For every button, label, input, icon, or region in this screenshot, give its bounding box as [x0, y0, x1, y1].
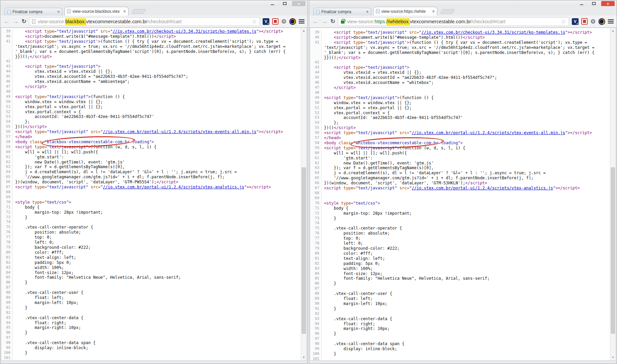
maximize-icon[interactable]	[280, 1, 289, 6]
code-line: 90 margin-left: 10px;	[1, 300, 301, 305]
red-extension-icon[interactable]	[272, 18, 278, 25]
reload-icon[interactable]: ↻	[330, 19, 335, 24]
gear-icon[interactable]: ⚙	[281, 18, 287, 25]
code-text: j = d.createElement(s), dl = l != 'dataL…	[322, 171, 610, 176]
forward-icon[interactable]: →	[321, 18, 328, 25]
url-segment: /checkout/#/cart	[471, 19, 505, 24]
tab-close-icon[interactable]: ×	[366, 10, 369, 14]
code-line: 61 'gtm.start':	[310, 156, 610, 161]
new-tab-button[interactable]	[440, 9, 454, 14]
source-link[interactable]: //io.vtex.com.br/checkout-ui/3.34.31/scr…	[421, 30, 565, 35]
tab-close-icon[interactable]: ×	[432, 9, 435, 13]
reload-icon[interactable]: ↻	[22, 19, 26, 24]
secure-padlock-icon	[341, 21, 345, 24]
menu-icon[interactable]	[299, 19, 304, 24]
code-text: margin-left: 10px;	[13, 300, 301, 305]
line-number: 71	[1, 205, 13, 210]
address-bar[interactable]: view-source:blackbox.vtexcommercestable.…	[29, 17, 260, 26]
code-text: <script type="text/javascript">	[13, 64, 301, 69]
code-text: vtex.portal.context = {	[13, 110, 301, 115]
line-number: 56	[310, 130, 322, 135]
code-text: float: right;	[322, 322, 610, 327]
gear-icon[interactable]: ⚙	[590, 18, 596, 25]
line-number: 87	[1, 285, 13, 290]
line-number: 67	[310, 186, 322, 191]
code-text: float: right;	[13, 321, 301, 326]
code-line: 94 float: right;	[1, 321, 301, 326]
line-number: 85	[1, 275, 13, 280]
line-number: 93	[1, 315, 13, 321]
code-text: <style type="text/css">	[13, 200, 301, 205]
line-number: 91	[310, 306, 322, 311]
source-link[interactable]: //io.vtex.com.br/portal-ui/1.2.4/scripts…	[412, 130, 565, 135]
line-number: 91	[1, 305, 13, 310]
bookmark-star-icon[interactable]: ☆	[561, 18, 566, 25]
line-number: 82	[310, 261, 322, 266]
code-text: <script type="text/javascript" src="//io…	[13, 129, 301, 134]
vtex-extension-icon[interactable]: V	[263, 18, 269, 25]
source-link[interactable]: //io.vtex.com.br/checkout-ui/3.34.31/scr…	[113, 29, 256, 34]
red-extension-icon[interactable]	[581, 18, 588, 25]
line-number: 40	[310, 35, 322, 40]
bookmark-star-icon[interactable]: ☆	[252, 18, 257, 25]
lens-extension-icon[interactable]	[289, 18, 296, 25]
menu-icon[interactable]	[608, 19, 614, 24]
code-line: 77 top: 0;	[1, 235, 301, 240]
line-number: 45	[310, 75, 322, 80]
code-line: 62 new Date().getTime(), event: 'gtm.js'	[310, 161, 610, 166]
scroll-up-icon[interactable]: ▲	[610, 28, 616, 33]
code-text: <script type='text/javascript'>(function…	[322, 40, 610, 60]
code-line: 83 width: 100%;	[1, 265, 301, 270]
source-link[interactable]: //io.vtex.com.br/portal-ui/1.2.4/scripts…	[103, 129, 256, 134]
back-icon[interactable]: ←	[3, 18, 10, 25]
vertical-scrollbar[interactable]: ▲ ▼	[610, 28, 616, 360]
close-icon[interactable]: ×	[601, 1, 615, 6]
line-number: 86	[310, 281, 322, 286]
scroll-down-icon[interactable]: ▼	[301, 355, 306, 360]
code-line: 64 j = d.createElement(s), dl = l != 'da…	[310, 171, 610, 176]
line-number: 59	[310, 146, 322, 151]
code-text: accountId: 'ae22b633-4b3f-42ee-9411-bf55…	[13, 114, 301, 119]
line-number: 94	[310, 322, 322, 327]
minimize-icon[interactable]	[577, 1, 586, 6]
code-text: <script type="text/javascript" src="//io…	[322, 30, 610, 35]
code-text: margin-right: 10px;	[13, 325, 301, 330]
source-link[interactable]: //io.vtex.com.br/portal-ui/1.2.4/scripts…	[412, 186, 553, 190]
new-tab-button[interactable]	[131, 9, 146, 14]
code-line: 75 .vtex-call-center-operator {	[310, 226, 610, 231]
code-text: top: 0;	[322, 236, 610, 241]
vtex-extension-icon[interactable]: V	[572, 18, 579, 25]
code-line: 82 padding: 5px 0;	[310, 261, 610, 266]
line-number: 63	[1, 164, 13, 170]
lens-extension-icon[interactable]	[598, 18, 605, 25]
tab-view-source[interactable]: view-source:blackbox.vtex ×	[64, 7, 128, 16]
source-link[interactable]: //io.vtex.com.br/portal-ui/1.2.4/scripts…	[103, 185, 244, 189]
tab-view-source[interactable]: view-source:https://white ×	[373, 7, 437, 16]
back-icon[interactable]: ←	[312, 18, 319, 25]
maximize-icon[interactable]	[589, 1, 598, 6]
minimize-icon[interactable]	[268, 1, 277, 6]
scroll-down-icon[interactable]: ▼	[610, 355, 616, 360]
line-number: 100	[1, 351, 13, 356]
tab-close-icon[interactable]: ×	[57, 10, 60, 14]
tab-close-icon[interactable]: ×	[123, 9, 126, 13]
tab-finalizar-compra[interactable]: Finalizar compra ×	[4, 8, 62, 16]
address-bar[interactable]: view-source:https://whitebox.vtexcommerc…	[338, 17, 569, 26]
code-line: 81 text-align: left;	[1, 255, 301, 260]
forward-icon[interactable]: →	[12, 18, 19, 25]
line-number: 66	[1, 180, 13, 185]
scroll-up-icon[interactable]: ▲	[301, 28, 306, 33]
line-number: 49	[1, 94, 13, 99]
toolbar: ← → ↻ view-source:https://whitebox.vtexc…	[309, 16, 617, 28]
code-line: 89 float: left;	[310, 296, 610, 301]
code-text: background-color: #222;	[13, 245, 301, 250]
close-icon[interactable]: ×	[292, 1, 305, 6]
tab-strip: Finalizar compra × view-source:https://w…	[309, 6, 617, 16]
tab-finalizar-compra[interactable]: Finalizar compra ×	[313, 8, 371, 16]
url-highlighted-segment: //whitebox.	[386, 18, 410, 25]
scrollbar-thumb[interactable]	[302, 168, 306, 334]
vertical-scrollbar[interactable]: ▲ ▼	[301, 28, 306, 360]
tab-label: Finalizar compra	[12, 9, 56, 14]
scrollbar-thumb[interactable]	[611, 168, 615, 334]
code-line: 58<body class="blackbox-vtexcommercestab…	[1, 140, 301, 145]
